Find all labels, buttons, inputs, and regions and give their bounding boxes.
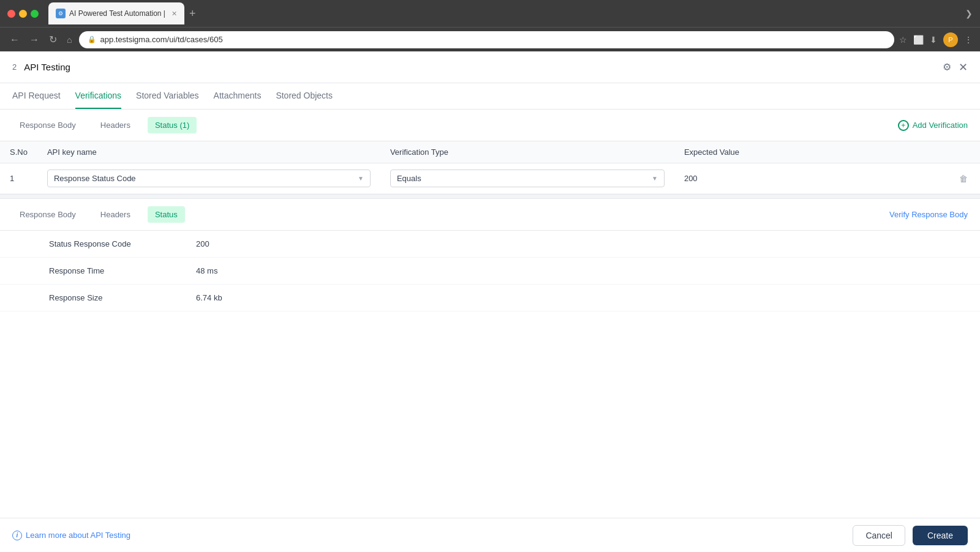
footer-actions: Cancel Create: [853, 525, 968, 546]
results-row-label: Status Response Code: [37, 231, 184, 258]
delete-row-icon[interactable]: 🗑: [959, 174, 968, 184]
list-item: Status Response Code 200: [0, 231, 980, 258]
address-bar-row: ← → ↻ ⌂ 🔒 app.testsigma.com/ui/td/cases/…: [0, 27, 980, 51]
fullscreen-traffic-light[interactable]: [31, 10, 39, 18]
col-header-api-key: API key name: [37, 141, 380, 163]
results-row-label: Response Time: [37, 258, 184, 285]
minimize-traffic-light[interactable]: [19, 10, 27, 18]
cell-delete: 🗑: [949, 163, 980, 194]
forward-button[interactable]: →: [27, 32, 42, 48]
traffic-lights: [7, 10, 39, 18]
col-header-expected: Expected Value: [674, 141, 949, 163]
back-button[interactable]: ←: [7, 32, 22, 48]
address-bar[interactable]: 🔒 app.testsigma.com/ui/td/cases/605: [79, 31, 894, 48]
tab-close-button[interactable]: ✕: [172, 10, 177, 18]
active-tab[interactable]: ⚙ AI Powered Test Automation | ✕: [48, 2, 184, 24]
table-row: 1 Response Status Code ▼ Equals ▼ 200: [0, 163, 980, 194]
vtype-value: Equals: [397, 174, 421, 183]
download-icon[interactable]: ⬇: [930, 35, 937, 45]
create-button[interactable]: Create: [913, 526, 968, 545]
main-tabs-bar: API Request Verifications Stored Variabl…: [0, 83, 980, 110]
learn-more-label: Learn more about API Testing: [26, 531, 130, 540]
tab-overflow-button[interactable]: ❯: [965, 9, 973, 18]
url-display: app.testsigma.com/ui/td/cases/605: [100, 35, 222, 44]
tab-stored-variables[interactable]: Stored Variables: [136, 83, 198, 109]
col-header-sno: S.No: [0, 141, 37, 163]
address-bar-actions: ☆ ⬜ ⬇ P ⋮: [899, 32, 973, 47]
results-row-value: 200: [184, 231, 980, 258]
settings-gear-button[interactable]: ⚙: [943, 61, 951, 73]
results-row-icon: [0, 285, 37, 311]
add-verification-button[interactable]: + Add Verification: [898, 120, 968, 131]
close-traffic-light[interactable]: [7, 10, 15, 18]
info-icon: i: [12, 531, 22, 540]
list-item: Response Time 48 ms: [0, 258, 980, 285]
results-row-value: 48 ms: [184, 258, 980, 285]
browser-chrome: ⚙ AI Powered Test Automation | ✕ + ❯: [0, 0, 980, 27]
cell-vtype: Equals ▼: [380, 163, 674, 194]
tab-verifications[interactable]: Verifications: [75, 83, 121, 109]
tab-favicon: ⚙: [56, 9, 66, 18]
app-footer: i Learn more about API Testing Cancel Cr…: [0, 518, 980, 552]
add-verification-circle-icon: +: [898, 120, 909, 131]
verification-table: S.No API key name Verification Type Expe…: [0, 141, 980, 194]
close-button[interactable]: ✕: [959, 61, 968, 74]
results-row-label: Response Size: [37, 285, 184, 311]
results-sub-tab-status[interactable]: Status: [148, 206, 185, 223]
security-lock-icon: 🔒: [88, 35, 96, 43]
new-tab-button[interactable]: +: [189, 7, 196, 20]
home-button[interactable]: ⌂: [64, 32, 74, 47]
list-item: Response Size 6.74 kb: [0, 285, 980, 311]
tab-api-request[interactable]: API Request: [12, 83, 61, 109]
profile-avatar[interactable]: P: [943, 32, 958, 47]
verify-response-body-button[interactable]: Verify Response Body: [889, 210, 968, 219]
api-key-dropdown[interactable]: Response Status Code ▼: [47, 170, 371, 187]
cell-expected: 200: [674, 163, 949, 194]
tab-title: AI Powered Test Automation |: [69, 9, 165, 18]
bookmark-icon[interactable]: ☆: [899, 35, 907, 45]
results-row-icon: [0, 231, 37, 258]
results-row-icon: [0, 258, 37, 285]
cell-api-key: Response Status Code ▼: [37, 163, 380, 194]
extensions-icon[interactable]: ⬜: [913, 35, 924, 45]
col-header-actions: [949, 141, 980, 163]
vtype-dropdown[interactable]: Equals ▼: [390, 170, 665, 187]
api-key-dropdown-arrow: ▼: [358, 175, 364, 182]
reload-button[interactable]: ↻: [47, 31, 59, 48]
learn-more-link[interactable]: i Learn more about API Testing: [12, 531, 130, 540]
case-number: 2: [12, 62, 17, 72]
sub-tab-status[interactable]: Status (1): [148, 117, 197, 133]
section-divider: [0, 194, 980, 199]
header-actions: ⚙ ✕: [943, 61, 968, 74]
results-section: Response Body Headers Status Verify Resp…: [0, 199, 980, 311]
tab-stored-objects[interactable]: Stored Objects: [276, 83, 333, 109]
tab-attachments[interactable]: Attachments: [214, 83, 262, 109]
results-sub-tab-headers[interactable]: Headers: [93, 206, 138, 223]
table-header-row: S.No API key name Verification Type Expe…: [0, 141, 980, 163]
app-container: 2 API Testing ⚙ ✕ API Request Verificati…: [0, 51, 980, 552]
api-key-value: Response Status Code: [54, 174, 136, 183]
page-title: API Testing: [24, 62, 943, 72]
results-row-value: 6.74 kb: [184, 285, 980, 311]
vtype-dropdown-arrow: ▼: [652, 175, 658, 182]
verification-table-container: S.No API key name Verification Type Expe…: [0, 141, 980, 194]
menu-icon[interactable]: ⋮: [964, 35, 973, 45]
verifications-sub-tabs-bar: Response Body Headers Status (1) + Add V…: [0, 110, 980, 141]
results-table: Status Response Code 200 Response Time 4…: [0, 231, 980, 311]
cancel-button[interactable]: Cancel: [853, 525, 905, 546]
app-header: 2 API Testing ⚙ ✕: [0, 51, 980, 83]
results-sub-tab-response-body[interactable]: Response Body: [12, 206, 83, 223]
cell-sno: 1: [0, 163, 37, 194]
results-sub-tabs-bar: Response Body Headers Status Verify Resp…: [0, 199, 980, 231]
tab-bar: ⚙ AI Powered Test Automation | ✕ + ❯: [48, 2, 973, 24]
sub-tab-response-body[interactable]: Response Body: [12, 117, 83, 133]
sub-tab-headers[interactable]: Headers: [93, 117, 138, 133]
col-header-vtype: Verification Type: [380, 141, 674, 163]
